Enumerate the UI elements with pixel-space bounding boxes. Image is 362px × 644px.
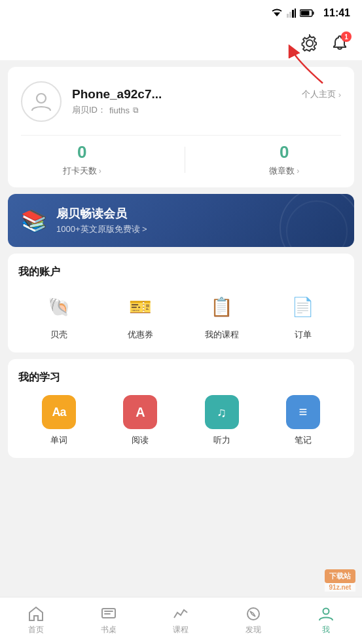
desk-nav-icon	[100, 606, 117, 622]
chevron-right-icon: ›	[297, 166, 299, 176]
nav-discover[interactable]: 发现	[217, 606, 290, 635]
chevron-right-icon: ›	[338, 90, 341, 100]
notes-label: 笔记	[295, 434, 312, 446]
vocab-label: 单词	[50, 434, 67, 446]
stat-divider	[185, 147, 185, 173]
coupon-label: 优惠券	[128, 329, 153, 341]
svg-rect-7	[301, 11, 310, 16]
coupon-icon: 🎫	[123, 290, 157, 324]
listening-label: 听力	[213, 434, 230, 446]
me-nav-icon	[317, 606, 335, 622]
homepage-link[interactable]: 个人主页 ›	[302, 88, 341, 100]
battery-icon	[300, 9, 314, 17]
checkin-label: 打卡天数 ›	[63, 165, 101, 177]
learning-section-title: 我的学习	[18, 371, 344, 385]
discover-nav-icon	[245, 606, 262, 622]
account-icon-grid: 🐚 贝壳 🎫 优惠券 📋 我的课程 📄 订单	[18, 290, 344, 341]
watermark-line2: 91z.net	[325, 583, 355, 592]
notification-badge: 1	[341, 31, 352, 42]
discover-nav-label: 发现	[245, 624, 261, 635]
arrow-annotation	[277, 41, 329, 89]
home-nav-label: 首页	[28, 624, 44, 635]
svg-rect-2	[289, 12, 291, 18]
badge-label: 微章数 ›	[269, 165, 299, 177]
book-icon: 📚	[21, 208, 47, 233]
svg-rect-10	[102, 609, 115, 618]
svg-point-12	[323, 609, 329, 615]
profile-id: 扇贝ID： fiuths ⧉	[72, 104, 341, 116]
nav-desk[interactable]: 书桌	[73, 606, 145, 635]
course-nav-icon	[172, 606, 189, 622]
member-subtitle: 1000+英文原版免费读 >	[56, 223, 147, 235]
learning-item-vocab[interactable]: Aa 单词	[18, 395, 100, 446]
order-icon: 📄	[286, 290, 320, 324]
signal-icon	[287, 9, 296, 18]
badge-count: 0	[280, 142, 289, 162]
watermark: 下载站 91z.net	[325, 569, 355, 592]
account-section-title: 我的账户	[18, 265, 344, 279]
me-nav-label: 我	[322, 624, 330, 635]
shell-icon: 🐚	[42, 290, 76, 324]
nav-course[interactable]: 课程	[145, 606, 217, 635]
svg-point-9	[37, 94, 46, 103]
course-icon: 📋	[205, 290, 239, 324]
account-item-course[interactable]: 📋 我的课程	[181, 290, 262, 341]
chevron-right-icon: ›	[99, 166, 101, 176]
learning-item-notes[interactable]: ≡ 笔记	[262, 395, 344, 446]
account-item-coupon[interactable]: 🎫 优惠券	[100, 290, 181, 341]
svg-rect-1	[287, 14, 289, 18]
course-label: 我的课程	[205, 329, 239, 341]
my-learning-section: 我的学习 Aa 单词 A 阅读 ♫ 听力 ≡ 笔记	[8, 359, 354, 458]
reading-icon: A	[123, 395, 157, 429]
status-bar: 11:41	[0, 0, 362, 26]
nav-home[interactable]: 首页	[0, 606, 73, 635]
svg-marker-0	[274, 12, 280, 16]
shell-label: 贝壳	[50, 329, 67, 341]
reading-label: 阅读	[132, 434, 149, 446]
home-nav-icon	[27, 606, 45, 622]
member-banner[interactable]: 📚 扇贝畅读会员 1000+英文原版免费读 >	[8, 194, 354, 247]
status-icons	[271, 9, 314, 18]
nav-me[interactable]: 我	[289, 606, 362, 635]
course-nav-label: 课程	[173, 624, 189, 635]
learning-item-listening[interactable]: ♫ 听力	[181, 395, 262, 446]
desk-nav-label: 书桌	[101, 624, 117, 635]
profile-stats: 0 打卡天数 › 0 微章数 ›	[21, 135, 341, 177]
notification-icon-wrapper[interactable]: 1	[331, 34, 349, 52]
learning-icon-grid: Aa 单词 A 阅读 ♫ 听力 ≡ 笔记	[18, 395, 344, 446]
bottom-nav: 首页 书桌 课程 发现 我	[0, 597, 362, 644]
badge-stat[interactable]: 0 微章数 ›	[269, 142, 299, 177]
learning-item-reading[interactable]: A 阅读	[100, 395, 181, 446]
profile-info: Phone_a92c7... 个人主页 › 扇贝ID： fiuths ⧉	[72, 87, 341, 116]
wifi-icon	[271, 9, 283, 18]
status-time: 11:41	[323, 7, 350, 19]
copy-icon[interactable]: ⧉	[133, 105, 139, 115]
notes-icon: ≡	[286, 395, 320, 429]
svg-rect-3	[292, 10, 294, 18]
avatar	[21, 81, 62, 122]
member-title: 扇贝畅读会员	[56, 206, 147, 221]
checkin-count: 0	[77, 142, 86, 162]
vocab-icon: Aa	[42, 395, 76, 429]
watermark-line1: 下载站	[325, 569, 355, 583]
listening-icon: ♫	[205, 395, 239, 429]
account-item-shell[interactable]: 🐚 贝壳	[18, 290, 100, 341]
member-text: 扇贝畅读会员 1000+英文原版免费读 >	[56, 206, 147, 235]
my-account-section: 我的账户 🐚 贝壳 🎫 优惠券 📋 我的课程 📄 订单	[8, 254, 354, 352]
account-item-order[interactable]: 📄 订单	[262, 290, 344, 341]
profile-name: Phone_a92c7...	[72, 87, 162, 102]
order-label: 订单	[295, 329, 312, 341]
checkin-stat[interactable]: 0 打卡天数 ›	[63, 142, 101, 177]
svg-rect-6	[313, 12, 314, 15]
svg-rect-4	[295, 9, 296, 18]
